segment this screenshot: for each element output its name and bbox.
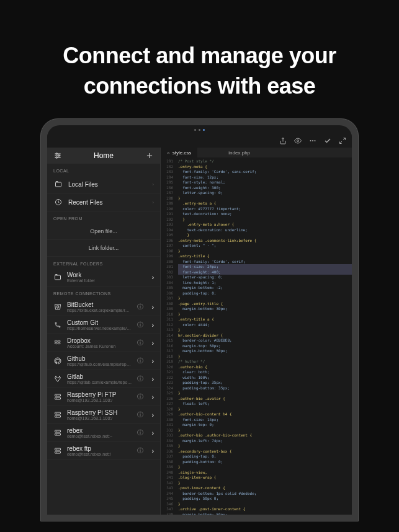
item-label: Recent Files [68,199,103,206]
remote-item[interactable]: Custom Git http://homeserver.net/example… [47,316,160,334]
svg-point-2 [310,140,312,141]
svg-line-6 [340,141,343,144]
remote-sub: Account: James Kuronen [67,344,132,348]
item-name: Work [67,272,147,278]
fullscreen-icon[interactable] [338,136,347,145]
local-item[interactable]: Recent Files › [47,193,160,211]
tab-style-css[interactable]: × style.css [161,148,197,157]
device-frame: Home LOCAL Local Files › Recent Files › … [40,118,359,521]
remote-item[interactable]: BitBucket https://bitbucket.org/example/… [47,298,160,316]
svg-point-10 [56,153,57,154]
editor-pane[interactable]: × style.css index.php 281282283284285286… [161,148,352,515]
info-icon[interactable]: ⓘ [137,410,143,419]
tab-bar: × style.css index.php [161,148,352,157]
device-screen: Home LOCAL Local Files › Recent Files › … [47,125,352,515]
remote-name: rebex [67,427,132,434]
info-icon[interactable]: ⓘ [137,357,143,365]
open-action[interactable]: Link folder... [47,240,160,257]
chevron-right-icon: › [152,274,154,281]
folder-icon [53,179,63,189]
remote-sub: http://homeserver.net/example/repo.git [67,326,132,330]
info-icon[interactable]: ⓘ [137,392,143,401]
remote-item[interactable]: Dropbox Account: James Kuronen ⓘ › [47,334,160,352]
remote-item[interactable]: Gitlab https://gitlab.com/example/repo.g… [47,370,160,388]
bitbucket-icon [53,303,62,311]
dropbox-icon [53,339,62,347]
info-icon[interactable]: ⓘ [137,303,143,311]
svg-rect-15 [56,182,61,187]
svg-point-1 [297,140,299,142]
remote-name: Custom Git [67,319,132,326]
remote-name: Gitlab [67,373,132,380]
remote-sub: demo@test.rebex.net:/ [67,452,132,456]
svg-rect-17 [55,275,61,280]
svg-point-3 [312,140,313,141]
chevron-right-icon: › [152,412,154,419]
remote-name: Raspberry Pi SSH [67,409,132,416]
section-remote-label: REMOTE CONNECTIONS [47,286,160,298]
more-icon[interactable] [308,136,317,145]
settings-icon[interactable] [53,151,62,160]
code-body[interactable]: /* Post style */.entry-meta { font-famil… [176,157,352,515]
svg-point-18 [55,322,56,324]
local-item[interactable]: Local Files › [47,175,160,193]
svg-point-27 [56,416,56,417]
item-label: Local Files [68,181,98,188]
server-icon [53,392,62,401]
chevron-right-icon: › [152,448,154,454]
tab-index-php[interactable]: index.php [222,148,256,157]
remote-item[interactable]: rebex demo@test.rebex.net:~ ⓘ › [47,424,160,442]
close-icon[interactable]: × [167,150,170,156]
info-icon[interactable]: ⓘ [137,375,143,383]
info-icon[interactable]: ⓘ [137,339,143,347]
svg-point-11 [58,155,60,156]
git-icon [53,321,62,329]
remote-item[interactable]: Raspberry Pi SSH home@192.168.1.100:/ ⓘ … [47,406,160,424]
svg-point-34 [56,449,56,450]
sidebar-title: Home [94,151,114,160]
app-toolbar [47,134,352,148]
external-folder-item[interactable]: Work External folder › [47,268,160,286]
folder-icon [53,273,62,282]
chevron-right-icon: › [152,394,154,401]
svg-point-23 [56,398,56,399]
svg-point-22 [56,395,56,396]
status-bar [47,125,352,134]
server-icon [53,446,62,455]
info-icon[interactable]: ⓘ [137,428,143,437]
svg-point-4 [315,140,316,141]
add-icon[interactable] [145,151,154,160]
remote-item[interactable]: Github https://github.com/example/repo.g… [47,352,160,370]
remote-name: rebex ftp [67,445,132,452]
svg-point-26 [56,413,56,414]
eye-icon[interactable] [294,136,302,145]
remote-item[interactable]: rebex ftp demo@test.rebex.net:/ ⓘ › [47,442,160,460]
svg-point-31 [56,434,56,435]
remote-sub: home@192.168.1.100:/ [67,416,132,420]
remote-sub: https://gitlab.com/example/repo.git [67,380,132,384]
remote-sub: https://github.com/example/repo.git [67,362,132,366]
remote-name: Raspberry Pi FTP [67,391,132,398]
item-sub: External folder [67,278,147,283]
chevron-right-icon: › [152,376,154,383]
clock-icon [53,197,63,207]
check-icon[interactable] [323,136,332,145]
info-icon[interactable]: ⓘ [137,446,143,455]
info-icon[interactable]: ⓘ [137,321,143,329]
open-action[interactable]: Open file... [47,223,160,240]
hero-title: Connect and manage your connections with… [0,0,399,118]
github-icon [53,357,62,365]
server-icon [53,428,62,437]
svg-point-19 [59,326,60,327]
chevron-right-icon: › [152,340,154,347]
svg-point-30 [56,431,56,432]
section-local-label: LOCAL [47,164,160,175]
remote-item[interactable]: Raspberry Pi FTP home@192.168.1.100:/ ⓘ … [47,388,160,406]
section-external-label: EXTERNAL FOLDERS [47,257,160,268]
remote-sub: home@192.168.1.100:/ [67,398,132,402]
remote-sub: https://bitbucket.org/example/repo.git [67,308,132,313]
chevron-right-icon: › [152,322,154,329]
share-icon[interactable] [279,136,287,145]
section-openfrom-label: OPEN FROM [47,211,160,223]
code-gutter: 2812822832842852862872882892902912922932… [161,157,176,515]
